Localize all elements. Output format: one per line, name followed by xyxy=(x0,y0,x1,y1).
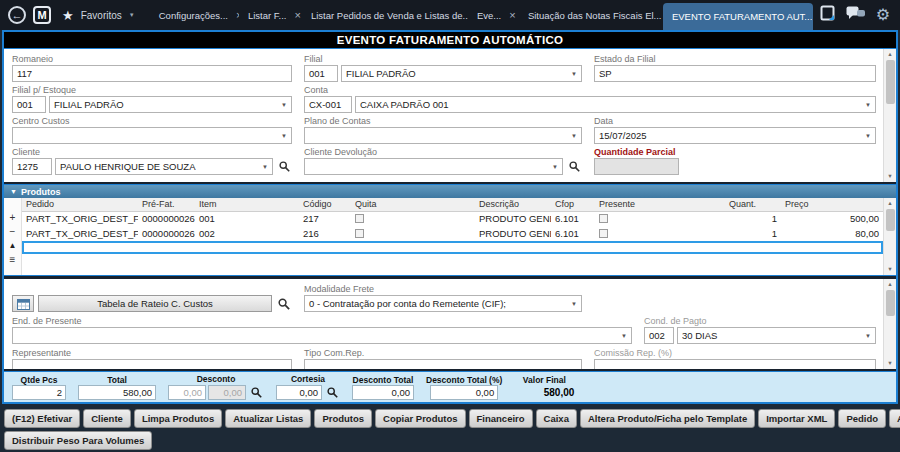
cond-pagto-code-input[interactable]: 002 xyxy=(644,327,674,344)
table-row[interactable]: PART_TX_ORIG_DEST_FL 0000000026 002 216 … xyxy=(22,226,883,241)
tab-listar-f[interactable]: Listar F... × xyxy=(239,0,302,30)
col-preco[interactable]: Preço xyxy=(781,198,883,211)
cliente-select[interactable]: PAULO HENRIQUE DE SOUZA▼ xyxy=(55,158,273,175)
selected-empty-row[interactable] xyxy=(22,241,883,254)
total-input[interactable]: 580,00 xyxy=(78,385,156,400)
desconto-pct-input[interactable]: 0,00 xyxy=(208,385,246,400)
freight-scrollbar[interactable]: ▲ ▼ xyxy=(883,279,896,369)
tab-configuracoes[interactable]: Configurações... × xyxy=(150,0,239,30)
desconto-valor-input[interactable]: 0,00 xyxy=(168,385,206,400)
add-row-button[interactable]: + xyxy=(6,211,19,224)
close-icon[interactable]: × xyxy=(509,10,515,21)
search-icon[interactable] xyxy=(566,159,582,175)
desconto-total-input[interactable]: 0,00 xyxy=(352,385,414,400)
altera-produto-template-button[interactable]: Altera Produto/Ficha pelo Template xyxy=(580,409,755,428)
produtos-button[interactable]: Produtos xyxy=(314,409,372,428)
modalidade-frete-select[interactable]: 0 - Contratação por conta do Remetente (… xyxy=(304,295,582,312)
desconto-total-pct-input[interactable]: 0,00 xyxy=(430,385,498,400)
tipo-com-rep-input[interactable] xyxy=(304,359,582,369)
cliente-code-input[interactable]: 1275 xyxy=(12,158,52,175)
conta-code-input[interactable]: CX-001 xyxy=(304,96,352,113)
cond-pagto-select[interactable]: 30 DIAS▼ xyxy=(677,327,876,344)
grid-menu-button[interactable]: ≡ xyxy=(6,253,19,266)
scroll-thumb[interactable] xyxy=(886,209,895,231)
move-up-button[interactable]: ▲ xyxy=(6,239,19,252)
col-prefat[interactable]: Pré-Fat. xyxy=(138,198,195,211)
quantidade-parcial-input[interactable] xyxy=(594,158,679,175)
pedido-button[interactable]: Pedido xyxy=(838,409,886,428)
plano-contas-select[interactable]: ▼ xyxy=(304,127,582,144)
representante-input[interactable] xyxy=(12,359,292,369)
col-pedido[interactable]: Pedido xyxy=(22,198,138,211)
scroll-thumb[interactable] xyxy=(886,60,895,104)
romaneio-input[interactable]: 117 xyxy=(12,65,292,82)
back-icon[interactable]: ← xyxy=(8,6,26,24)
search-icon[interactable] xyxy=(248,384,264,400)
star-icon[interactable]: ★ xyxy=(62,8,74,23)
rateio-ccustos-button[interactable]: Tabela de Rateio C. Custos xyxy=(38,295,272,312)
col-codigo[interactable]: Código xyxy=(299,198,351,211)
scroll-down-icon[interactable]: ▼ xyxy=(887,266,892,273)
col-quita[interactable]: Quita xyxy=(351,198,475,211)
atualizar-listas-button[interactable]: Atualizar Listas xyxy=(225,409,311,428)
tab-situacao-notas[interactable]: Situação das Notas Fiscais El... × xyxy=(519,0,663,30)
search-icon[interactable] xyxy=(324,384,340,400)
scroll-down-icon[interactable]: ▼ xyxy=(887,360,892,367)
quita-checkbox[interactable] xyxy=(355,214,364,223)
close-icon[interactable]: × xyxy=(294,10,300,21)
scroll-up-icon[interactable]: ▲ xyxy=(887,51,892,58)
end-presente-select[interactable]: ▼ xyxy=(12,327,632,344)
scroll-up-icon[interactable]: ▲ xyxy=(887,200,892,207)
search-icon[interactable] xyxy=(276,159,292,175)
col-presente[interactable]: Presente xyxy=(595,198,725,211)
field-end-presente: End. de Presente ▼ xyxy=(12,316,632,344)
tab-listar-pedidos[interactable]: Listar Pedidos de Venda e Listas de... × xyxy=(302,0,468,30)
favorites-menu[interactable]: Favoritos xyxy=(81,10,122,21)
conta-select[interactable]: CAIXA PADRÃO 001▼ xyxy=(355,96,876,113)
cortesia-input[interactable]: 0,00 xyxy=(276,385,322,400)
clipboard-icon[interactable] xyxy=(820,5,835,25)
cliente-devolucao-select[interactable]: ▼ xyxy=(304,158,563,175)
importar-xml-button[interactable]: Importar XML xyxy=(758,409,835,428)
filial-estoque-code-input[interactable]: 001 xyxy=(12,96,46,113)
centro-custos-select[interactable]: ▼ xyxy=(12,127,292,144)
cliente-button[interactable]: Cliente xyxy=(83,409,131,428)
comissao-rep-input[interactable] xyxy=(594,359,876,369)
scroll-up-icon[interactable]: ▲ xyxy=(887,281,892,288)
scroll-down-icon[interactable]: ▼ xyxy=(887,173,892,180)
presente-checkbox[interactable] xyxy=(599,214,608,223)
app-logo[interactable]: M xyxy=(33,6,51,24)
calendar-icon[interactable] xyxy=(12,295,34,312)
chat-icon[interactable] xyxy=(846,6,865,25)
form-scrollbar[interactable]: ▲ ▼ xyxy=(883,49,896,182)
filial-select[interactable]: FILIAL PADRÃO▼ xyxy=(341,65,582,82)
limpa-produtos-button[interactable]: Limpa Produtos xyxy=(134,409,222,428)
efetivar-button[interactable]: (F12) Efetivar xyxy=(4,409,80,428)
estado-filial-input[interactable]: SP xyxy=(594,65,876,82)
col-quant[interactable]: Quant. xyxy=(725,198,781,211)
scroll-thumb[interactable] xyxy=(886,290,895,316)
presente-checkbox[interactable] xyxy=(599,229,608,238)
tab-evento-faturamento[interactable]: EVENTO FATURAMENTO AUT... × xyxy=(663,3,813,30)
col-cfop[interactable]: Cfop xyxy=(551,198,595,211)
col-item[interactable]: Item xyxy=(195,198,299,211)
analise-credito-button[interactable]: Análise de Crédito xyxy=(889,409,900,428)
filial-estoque-select[interactable]: FILIAL PADRÃO▼ xyxy=(49,96,292,113)
products-section-header[interactable]: ▼ Produtos xyxy=(4,185,896,198)
tab-eve[interactable]: Eve... × xyxy=(468,0,519,30)
filial-code-input[interactable]: 001 xyxy=(304,65,338,82)
products-scrollbar[interactable]: ▲ ▼ xyxy=(883,198,896,275)
financeiro-button[interactable]: Financeiro xyxy=(469,409,533,428)
distribuir-peso-button[interactable]: Distribuir Peso Para Volumes xyxy=(4,431,152,450)
tab-label: Configurações... xyxy=(159,10,228,21)
col-descricao[interactable]: Descrição xyxy=(475,198,551,211)
gear-icon[interactable]: ⚙ xyxy=(876,7,890,23)
table-row[interactable]: PART_TX_ORIG_DEST_FL 0000000026 001 217 … xyxy=(22,211,883,226)
quita-checkbox[interactable] xyxy=(355,229,364,238)
remove-row-button[interactable]: − xyxy=(6,225,19,238)
qtde-pcs-input[interactable]: 2 xyxy=(12,385,66,400)
copiar-produtos-button[interactable]: Copiar Produtos xyxy=(375,409,465,428)
caixa-button[interactable]: Caixa xyxy=(536,409,577,428)
search-icon[interactable] xyxy=(276,296,292,312)
data-select[interactable]: 15/07/2025▼ xyxy=(594,127,876,144)
